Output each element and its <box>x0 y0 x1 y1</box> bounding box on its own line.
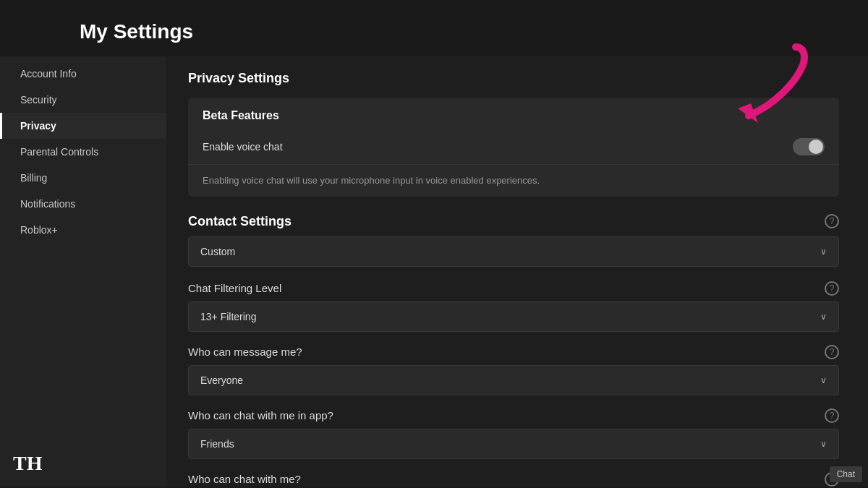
contact-settings-dropdown[interactable]: Custom ∨ <box>188 236 839 267</box>
voice-chat-row: Enable voice chat <box>188 129 839 165</box>
privacy-settings-title: Privacy Settings <box>188 71 839 86</box>
who-can-message-header: Who can message me? ? <box>188 345 839 359</box>
who-can-chat-app-header: Who can chat with me in app? ? <box>188 408 839 423</box>
who-can-message-row: Who can message me? ? Everyone ∨ <box>188 345 839 395</box>
who-can-chat-app-arrow-icon: ∨ <box>820 439 827 449</box>
sidebar-item-privacy[interactable]: Privacy <box>0 113 166 139</box>
who-can-chat-label: Who can chat with me? <box>188 473 301 485</box>
sidebar-item-parental-controls[interactable]: Parental Controls <box>0 139 166 165</box>
chat-filtering-dropdown[interactable]: 13+ Filtering ∨ <box>188 301 839 332</box>
main-content: Privacy Settings Beta Features Enable vo… <box>166 56 868 487</box>
chat-filtering-label: Chat Filtering Level <box>188 282 281 294</box>
sidebar-item-billing[interactable]: Billing <box>0 165 166 191</box>
who-can-message-label: Who can message me? <box>188 346 302 358</box>
contact-settings-help-icon[interactable]: ? <box>825 214 839 228</box>
beta-features-title: Beta Features <box>188 98 839 129</box>
chat-filtering-header: Chat Filtering Level ? <box>188 281 839 296</box>
sidebar-item-roblox-plus[interactable]: Roblox+ <box>0 217 166 243</box>
who-can-chat-app-dropdown[interactable]: Friends ∨ <box>188 429 839 459</box>
who-can-message-value: Everyone <box>200 374 243 386</box>
chat-filtering-value: 13+ Filtering <box>200 311 256 322</box>
voice-chat-label: Enable voice chat <box>203 141 283 153</box>
contact-settings-header: Contact Settings ? <box>188 214 839 229</box>
voice-chat-toggle[interactable] <box>793 138 825 155</box>
voice-chat-description: Enabling voice chat will use your microp… <box>188 165 839 197</box>
chat-filtering-arrow-icon: ∨ <box>820 312 827 322</box>
who-can-message-dropdown[interactable]: Everyone ∨ <box>188 365 839 395</box>
sidebar-item-security[interactable]: Security <box>0 87 166 113</box>
watermark: TH <box>13 452 42 475</box>
sidebar: Account Info Security Privacy Parental C… <box>0 56 166 487</box>
sidebar-item-account-info[interactable]: Account Info <box>0 61 166 87</box>
sidebar-item-notifications[interactable]: Notifications <box>0 191 166 217</box>
contact-settings-section: Contact Settings ? Custom ∨ <box>188 214 839 267</box>
page-title: My Settings <box>0 0 868 56</box>
beta-features-box: Beta Features Enable voice chat Enabling… <box>188 98 839 197</box>
who-can-chat-app-row: Who can chat with me in app? ? Friends ∨ <box>188 408 839 459</box>
who-can-chat-app-value: Friends <box>200 438 234 450</box>
toggle-knob <box>809 140 823 154</box>
contact-settings-value: Custom <box>200 246 235 257</box>
who-can-chat-app-help-icon[interactable]: ? <box>825 408 839 423</box>
who-can-message-help-icon[interactable]: ? <box>825 345 839 359</box>
chat-filtering-row: Chat Filtering Level ? 13+ Filtering ∨ <box>188 281 839 332</box>
who-can-chat-header: Who can chat with me? ? <box>188 472 839 487</box>
who-can-chat-row: Who can chat with me? ? Everyone ∨ <box>188 472 839 487</box>
chat-filtering-help-icon[interactable]: ? <box>825 281 839 296</box>
who-can-chat-app-label: Who can chat with me in app? <box>188 409 333 421</box>
chat-badge: Chat <box>830 466 862 482</box>
contact-settings-arrow-icon: ∨ <box>820 247 827 257</box>
contact-settings-title: Contact Settings <box>188 214 292 229</box>
who-can-message-arrow-icon: ∨ <box>820 375 827 385</box>
